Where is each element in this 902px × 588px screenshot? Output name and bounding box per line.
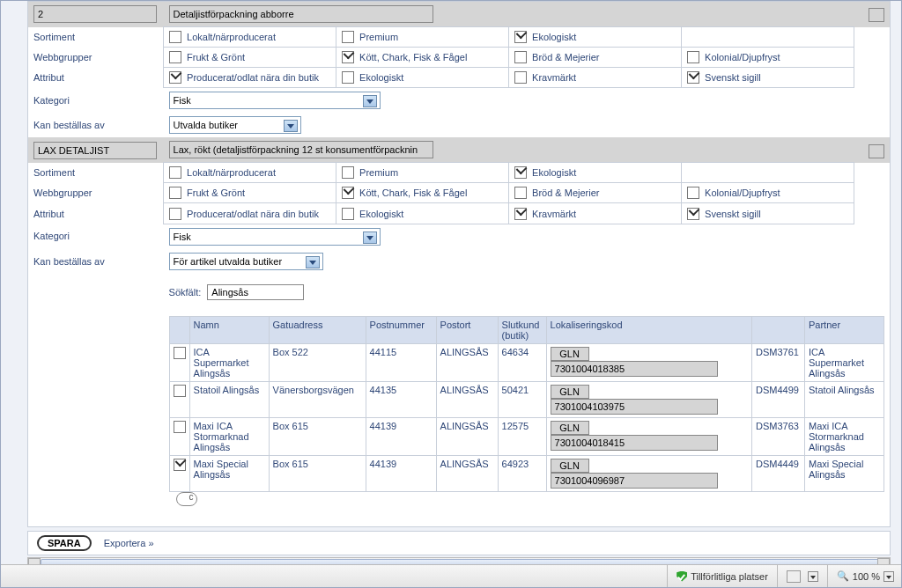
cell-partner: Statoil Alingsås — [805, 381, 884, 417]
sortiment2-label: Sortiment — [28, 163, 164, 183]
lbl2-premium: Premium — [359, 167, 398, 178]
cb2-lokalt[interactable] — [169, 166, 181, 179]
cell-partner-code: DSM4499 — [752, 381, 805, 417]
section1-hdr-checkbox[interactable] — [869, 8, 884, 22]
cell-namn: Maxi Special Alingsås — [189, 455, 269, 491]
protected-mode[interactable] — [777, 565, 827, 587]
cb2-attr-eko[interactable] — [342, 208, 354, 220]
cb2-brod[interactable] — [514, 187, 527, 199]
th-gata[interactable]: Gatuadress — [269, 316, 366, 343]
row-checkbox[interactable] — [174, 385, 186, 397]
kanbest-select[interactable]: Utvalda butiker — [169, 116, 301, 134]
cb-ekologiskt[interactable] — [514, 31, 527, 43]
cell-postnr: 44139 — [366, 417, 436, 455]
export-link[interactable]: Exportera » — [104, 538, 154, 548]
cb2-kott[interactable] — [342, 187, 354, 199]
cb-lokalt[interactable] — [169, 31, 181, 43]
lbl2-brod: Bröd & Mejerier — [532, 187, 599, 198]
status-bar: Tillförlitliga platser 🔍 100 % — [1, 564, 902, 587]
cb-kott[interactable] — [342, 51, 354, 63]
cell-partner: ICA Supermarket Alingsås — [805, 343, 884, 381]
cb-krav[interactable] — [514, 71, 527, 84]
cb-brod[interactable] — [514, 51, 527, 63]
scroll-toggle-icon[interactable] — [176, 492, 197, 506]
cb2-producerat[interactable] — [169, 208, 181, 220]
gln-button[interactable]: GLN — [551, 421, 589, 435]
zoom-dropdown-icon[interactable] — [884, 571, 894, 582]
cell-partner-code: DSM3761 — [752, 343, 805, 381]
search-input[interactable] — [207, 284, 304, 300]
th-postort[interactable]: Postort — [436, 316, 498, 343]
lbl-premium: Premium — [359, 32, 398, 42]
th-lokkod[interactable]: Lokaliseringskod — [546, 316, 751, 343]
gln-button[interactable]: GLN — [551, 459, 589, 473]
cb2-sigill[interactable] — [687, 208, 699, 220]
th-partner[interactable]: Partner — [805, 316, 884, 343]
th-namn[interactable]: Namn — [189, 316, 269, 343]
cb-sigill[interactable] — [687, 71, 699, 84]
gln-button[interactable]: GLN — [551, 347, 589, 361]
cell-gata: Box 615 — [269, 417, 366, 455]
th-postnr[interactable]: Postnummer — [366, 316, 436, 343]
lbl2-producerat: Producerat/odlat nära din butik — [187, 209, 319, 219]
kanbest2-value: För artikel utvalda butiker — [174, 256, 283, 267]
table-row: Maxi ICA Stormarknad AlingsåsBox 6154413… — [169, 417, 884, 455]
gln-input[interactable] — [551, 435, 718, 451]
lbl-kott: Kött, Chark, Fisk & Fågel — [359, 52, 467, 62]
th-slutkund[interactable]: Slutkund (butik) — [498, 316, 546, 343]
cell-namn: Maxi ICA Stormarknad Alingsås — [189, 417, 269, 455]
row-checkbox[interactable] — [174, 459, 186, 471]
lbl-kolonial: Kolonial/Djupfryst — [705, 52, 780, 62]
gln-button[interactable]: GLN — [551, 385, 589, 399]
table-row: ICA Supermarket AlingsåsBox 52244115ALIN… — [169, 343, 884, 381]
zoom-value: 100 % — [853, 571, 880, 582]
cb-premium[interactable] — [342, 31, 354, 43]
kategori2-select[interactable]: Fisk — [169, 228, 381, 246]
cb-attr-eko[interactable] — [342, 71, 354, 84]
cb2-premium[interactable] — [342, 166, 354, 179]
gln-input[interactable] — [551, 399, 718, 415]
lbl-ekologiskt: Ekologiskt — [532, 32, 576, 42]
gln-input[interactable] — [551, 361, 718, 377]
cell-namn: Statoil Alingsås — [189, 381, 269, 417]
table-row: Maxi Special AlingsåsBox 61544139ALINGSÅ… — [169, 455, 884, 491]
lbl2-krav: Kravmärkt — [532, 209, 576, 219]
zoom-control[interactable]: 🔍 100 % — [827, 565, 902, 587]
security-icon — [787, 570, 801, 583]
row-checkbox[interactable] — [174, 347, 186, 359]
cell-slutkund: 50421 — [498, 381, 546, 417]
cell-slutkund: 12575 — [498, 417, 546, 455]
section2-title-input[interactable] — [169, 141, 433, 158]
dropdown-icon[interactable] — [808, 571, 818, 582]
cb2-krav[interactable] — [514, 208, 527, 220]
lbl2-lokalt: Lokalt/närproducerat — [187, 167, 276, 178]
cb-frukt[interactable] — [169, 51, 181, 63]
cb2-frukt[interactable] — [169, 187, 181, 199]
lbl2-ekologiskt: Ekologiskt — [532, 167, 576, 178]
cell-postort: ALINGSÅS — [436, 455, 498, 491]
lbl-frukt: Frukt & Grönt — [187, 52, 245, 62]
webbgrupper2-label: Webbgrupper — [28, 183, 164, 203]
cell-slutkund: 64634 — [498, 343, 546, 381]
cb-producerat[interactable] — [169, 71, 181, 84]
cell-partner: Maxi Special Alingsås — [805, 455, 884, 491]
webbgrupper-label: Webbgrupper — [28, 48, 164, 68]
row-checkbox[interactable] — [174, 421, 186, 433]
gln-input[interactable] — [551, 473, 718, 489]
cb2-ekologiskt[interactable] — [514, 166, 527, 179]
section1-id-input[interactable] — [33, 5, 157, 23]
cb2-kolonial[interactable] — [687, 187, 699, 199]
save-button[interactable]: SPARA — [37, 535, 92, 551]
section2-id-input[interactable] — [33, 142, 157, 159]
kategori-select[interactable]: Fisk — [169, 92, 381, 109]
trusted-sites-label: Tillförlitliga platser — [691, 571, 768, 582]
lbl-krav: Kravmärkt — [532, 72, 576, 83]
section2-hdr-checkbox[interactable] — [869, 144, 884, 158]
cb-kolonial[interactable] — [687, 51, 699, 63]
search-label: Sökfält: — [169, 287, 202, 298]
shield-icon — [676, 571, 687, 582]
trusted-sites[interactable]: Tillförlitliga platser — [667, 565, 777, 587]
section1-title-input[interactable] — [169, 5, 433, 23]
kanbest2-select[interactable]: För artikel utvalda butiker — [169, 253, 323, 270]
cell-partner-code: DSM4449 — [752, 455, 805, 491]
